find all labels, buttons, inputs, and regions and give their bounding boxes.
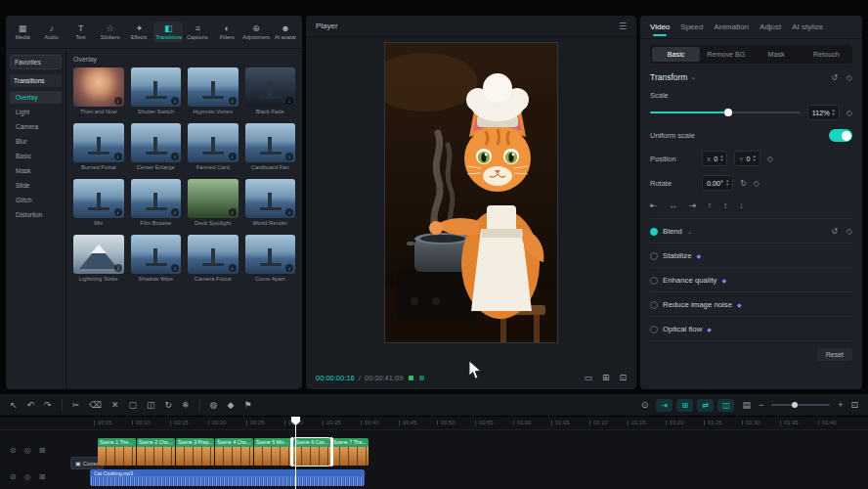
position-y-stepper[interactable]: Y 0 ▴▾	[734, 151, 760, 166]
media-tab-ai-avatar[interactable]: ☻AI avatar	[271, 22, 300, 42]
clip-scene-3-prep[interactable]: Scene 3 Prep...	[176, 438, 214, 466]
transition-item-lightning-strike[interactable]: ↓Lightning Strike	[73, 235, 124, 282]
auto-snap-button[interactable]: ⊞	[676, 399, 693, 412]
rotate-icon[interactable]: ↻	[165, 400, 173, 410]
transition-item-then-and-now[interactable]: ↓Then and Now	[73, 67, 124, 114]
transition-item-deck-spotlight[interactable]: ↓Deck Spotlight	[188, 179, 239, 226]
keyframe-icon[interactable]: ◇	[767, 155, 773, 163]
hide-icon[interactable]: ◎	[24, 472, 31, 481]
tab-ai-stylize[interactable]: AI stylize	[792, 17, 823, 37]
fullscreen-icon[interactable]: ⊡	[619, 373, 627, 382]
fit-timeline-icon[interactable]: ⊡	[850, 400, 858, 410]
media-tab-audio[interactable]: ♪Audio	[37, 22, 66, 42]
transition-item-burned-portal[interactable]: ↓Burned Portal	[73, 123, 124, 170]
download-icon[interactable]: ↓	[171, 97, 179, 105]
clip-scene-2-cho[interactable]: Scene 2 Cho...	[137, 438, 175, 466]
video-preview[interactable]	[385, 43, 557, 342]
rotate-dial-icon[interactable]: ↻	[740, 179, 747, 188]
audio-clip[interactable]: Cat Cooking.mp3	[90, 469, 365, 486]
sidebar-section-transitions[interactable]: Transitions	[10, 74, 62, 87]
split-icon[interactable]: ✂	[72, 400, 80, 410]
voiceover-mic-icon[interactable]: ⊙	[641, 400, 649, 410]
mute-icon[interactable]: ⊘	[10, 472, 17, 481]
transition-item-fanned-card[interactable]: ↓Fanned Card	[188, 123, 239, 170]
tab-adjust[interactable]: Adjust	[760, 17, 781, 37]
subtab-remove-bg[interactable]: Remove BG	[702, 47, 750, 62]
section-optical-flow[interactable]: Optical flow◆	[650, 316, 852, 340]
clip-scene-4-cho[interactable]: Scene 4 Cho...	[215, 438, 253, 466]
section-stabilize[interactable]: Stabilize◆	[650, 243, 852, 267]
zoom-out-icon[interactable]: −	[759, 400, 763, 410]
player-menu-icon[interactable]: ☰	[619, 22, 627, 31]
clip-scene-6-coo[interactable]: Scene 6 Coo...	[293, 438, 330, 466]
media-tab-captions[interactable]: ≡Captions	[183, 22, 212, 42]
reset-icon[interactable]: ↺	[831, 73, 838, 82]
subtab-mask[interactable]: Mask	[753, 47, 801, 62]
transition-item-hypnotic-vortex[interactable]: ↓Hypnotic Vortex	[188, 67, 239, 114]
transition-item-world-render[interactable]: ↓World Render	[245, 179, 296, 226]
preview-button[interactable]: ◫	[717, 399, 734, 412]
align-bottom-icon[interactable]: ↓	[739, 200, 743, 210]
scale-slider[interactable]	[650, 108, 801, 117]
download-icon[interactable]: ↓	[171, 208, 179, 216]
media-tab-filters[interactable]: ◐Filters	[212, 22, 241, 42]
sidebar-item-light[interactable]: Light	[10, 106, 62, 118]
sidebar-item-glitch[interactable]: Glitch	[10, 194, 62, 206]
section-enhance-quality[interactable]: Enhance quality◆	[650, 267, 852, 291]
tab-animation[interactable]: Animation	[714, 17, 749, 37]
media-tab-adjustment[interactable]: ⊕Adjustment	[241, 22, 271, 42]
clip-scene-5-mix[interactable]: Scene 5 Mix...	[254, 438, 292, 466]
section-blend[interactable]: Blend⌄↺◇	[650, 218, 852, 243]
main-track-button[interactable]: ⇥	[656, 399, 673, 412]
monitor-icon[interactable]: ▤	[742, 400, 751, 410]
keyframe-icon[interactable]: ◆	[227, 400, 234, 410]
transform-title[interactable]: Transform	[650, 72, 687, 82]
unchecked-circle-icon[interactable]	[650, 277, 658, 285]
grid-icon[interactable]: ⊞	[602, 373, 610, 382]
lock-icon[interactable]: ⊠	[39, 472, 46, 481]
mute-icon[interactable]: ⊘	[10, 446, 17, 455]
sidebar-item-camera[interactable]: Camera	[10, 120, 62, 133]
download-icon[interactable]: ↓	[229, 208, 237, 216]
download-icon[interactable]: ↓	[114, 153, 122, 160]
media-tab-media[interactable]: ▦Media	[8, 22, 37, 42]
transition-item-camera-focus[interactable]: ↓Camera Focus	[188, 235, 239, 282]
download-icon[interactable]: ↓	[285, 153, 293, 160]
rotate-stepper[interactable]: 0.00° ▴▾	[702, 175, 733, 191]
align-top-icon[interactable]: ↑	[708, 200, 712, 210]
scale-value-stepper[interactable]: 112% ▴▾	[807, 105, 840, 120]
timeline-zoom-slider[interactable]	[771, 400, 830, 410]
ratio-icon[interactable]: ▭	[584, 373, 592, 382]
mask-icon[interactable]: ◍	[210, 400, 218, 410]
section-reduce-image-noise[interactable]: Reduce image noise◆	[650, 291, 852, 316]
tab-speed[interactable]: Speed	[680, 17, 703, 37]
redo-icon[interactable]: ↷	[44, 400, 52, 410]
align-middle-vertical-icon[interactable]: ↕	[723, 200, 727, 210]
transition-item-center-enlarge[interactable]: ↓Center Enlarge	[131, 123, 182, 170]
subtab-basic[interactable]: Basic	[652, 47, 700, 62]
transition-item-film-browse[interactable]: ↓Film Browse	[131, 179, 182, 226]
media-tab-stickers[interactable]: ☆Stickers	[96, 22, 125, 42]
media-tab-text[interactable]: TText	[66, 22, 96, 42]
clip-scene-1-the[interactable]: Scene 1 The...	[98, 438, 136, 466]
reset-icon[interactable]: ↺	[831, 227, 838, 236]
checked-circle-icon[interactable]	[650, 228, 658, 236]
media-tab-transitions[interactable]: ◧Transitions	[153, 22, 183, 42]
download-icon[interactable]: ↓	[114, 264, 122, 272]
download-icon[interactable]: ↓	[229, 153, 237, 160]
keyframe-icon[interactable]: ◇	[846, 227, 852, 236]
transition-item-cardboard-fan[interactable]: ↓Cardboard Fan	[245, 123, 296, 170]
delete-icon[interactable]: ✕	[111, 400, 119, 410]
sidebar-item-distortion[interactable]: Distortion	[10, 208, 62, 221]
sidebar-item-slide[interactable]: Slide	[10, 179, 62, 192]
uniform-scale-toggle[interactable]	[829, 129, 852, 142]
download-icon[interactable]: ↓	[114, 97, 122, 105]
download-icon[interactable]: ↓	[285, 97, 293, 105]
unchecked-circle-icon[interactable]	[650, 252, 658, 260]
clip-scene-7-tha[interactable]: Scene 7 Tha...	[331, 438, 369, 466]
undo-icon[interactable]: ↶	[27, 400, 35, 410]
unchecked-circle-icon[interactable]	[650, 301, 658, 309]
delete-left-icon[interactable]: ⌫	[89, 400, 102, 410]
sidebar-item-basic[interactable]: Basic	[10, 150, 62, 162]
media-tab-effects[interactable]: ✦Effects	[125, 22, 154, 42]
